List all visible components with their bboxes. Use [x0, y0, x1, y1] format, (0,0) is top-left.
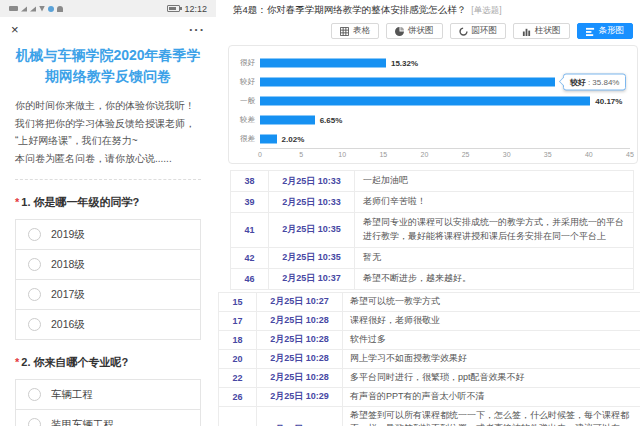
response-time: 2月25日 10:27 — [256, 293, 342, 311]
column-chart-icon — [522, 27, 531, 36]
bar[interactable] — [260, 58, 386, 67]
table-row: 46 2月25日 10:37 希望不断进步，越来越好。 — [231, 269, 633, 290]
axis-tick-label: 20 — [421, 151, 429, 158]
table-row: 41 2月25日 10:35 希望同专业的课程可以安排成统一的教学方式，并采用统… — [231, 213, 633, 248]
response-time: 2月25日 10:29 — [256, 407, 342, 426]
axis-tick-label: 40 — [585, 151, 593, 158]
required-asterisk: * — [15, 356, 19, 368]
table-row: 17 2月25日 10:28 课程很好，老师很敬业 — [219, 312, 640, 331]
question-number: 第4题： — [233, 4, 267, 15]
bar[interactable] — [260, 115, 315, 124]
axis-tick-label: 10 — [338, 151, 346, 158]
intro-line: 本问卷为匿名问卷，请你放心说...... — [15, 150, 201, 168]
response-text: 希望同专业的课程可以安排成统一的教学方式，并采用统一的平台进行教学，最好能将课程… — [354, 213, 633, 247]
response-time: 2月25日 10:37 — [268, 269, 354, 289]
radio-icon[interactable] — [28, 228, 41, 241]
axis-tick-label: 25 — [462, 151, 470, 158]
response-time: 2月25日 10:28 — [256, 312, 342, 330]
response-id[interactable]: 41 — [231, 213, 268, 247]
response-id[interactable]: 22 — [219, 369, 256, 387]
option-row[interactable]: 2017级 — [15, 279, 201, 310]
donut-chart-view-button[interactable]: 圆环图 — [450, 23, 507, 39]
response-text: 软件过多 — [342, 331, 640, 349]
pie-chart-view-button[interactable]: 饼状图 — [386, 23, 443, 39]
bar[interactable] — [260, 134, 277, 143]
response-text: 老师们辛苦啦！ — [354, 192, 633, 212]
response-id[interactable]: 39 — [231, 192, 268, 212]
options-list: 车辆工程 装甲车辆工程 — [15, 379, 201, 426]
view-button-label: 圆环图 — [472, 25, 498, 37]
option-row[interactable]: 车辆工程 — [15, 379, 201, 410]
more-options-icon[interactable]: ··· — [189, 27, 205, 32]
response-time: 2月25日 10:28 — [256, 369, 342, 387]
bar-track: 6.65% — [260, 110, 630, 129]
pie-chart-icon — [395, 27, 404, 36]
notification-icon — [57, 6, 63, 12]
x-axis: 051015202530354045 — [260, 148, 630, 162]
bar-chart-view-button[interactable]: 条形图 — [577, 23, 634, 39]
response-id[interactable]: 26 — [219, 388, 256, 406]
chart-row: 很好 15.32% — [229, 53, 637, 72]
bar[interactable] — [260, 96, 590, 105]
bar[interactable] — [260, 77, 555, 86]
table-row: 39 2月25日 10:33 老师们辛苦啦！ — [231, 192, 633, 213]
axis-tick-label: 45 — [626, 151, 634, 158]
response-id[interactable]: 42 — [231, 248, 268, 268]
bar-track: 40.17% — [260, 91, 630, 110]
section-divider — [15, 179, 201, 180]
response-id[interactable]: 17 — [219, 312, 256, 330]
question-2: *2. 你来自哪个专业呢? 车辆工程 装甲车辆工程 — [15, 355, 201, 426]
radio-icon[interactable] — [28, 288, 41, 301]
bar-value-label: 15.32% — [391, 58, 418, 67]
option-row[interactable]: 2019级 — [15, 219, 201, 250]
tooltip-value: : 35.84% — [586, 77, 620, 86]
table-icon — [340, 27, 349, 36]
survey-intro: 你的时间你来做主，你的体验你说我听！ 我们将把你的学习体验反馈给授课老师，“上好… — [15, 97, 201, 167]
radio-icon[interactable] — [28, 418, 41, 426]
response-time: 2月25日 10:35 — [268, 248, 354, 268]
response-id[interactable]: 38 — [231, 171, 268, 191]
response-text: 希望签到可以所有课程都统一一下，怎么签，什么时候签，每个课程都不一样，导致签到找… — [342, 407, 640, 426]
table-row: 38 2月25日 10:33 一起加油吧 — [231, 171, 633, 192]
radio-icon[interactable] — [28, 388, 41, 401]
radio-icon[interactable] — [28, 258, 41, 271]
response-time: 2月25日 10:28 — [256, 331, 342, 349]
response-table-1: 38 2月25日 10:33 一起加油吧 39 2月25日 10:33 老师们辛… — [230, 170, 634, 290]
status-icons — [9, 6, 63, 12]
category-label: 很好 — [229, 58, 255, 68]
option-row[interactable]: 2016级 — [15, 309, 201, 340]
response-id[interactable]: 27 — [219, 407, 256, 426]
table-row: 27 2月25日 10:29 希望签到可以所有课程都统一一下，怎么签，什么时候签… — [219, 407, 640, 426]
bar-track: 2.02% — [260, 129, 630, 148]
close-icon[interactable]: × — [11, 23, 19, 36]
wifi-icon — [39, 6, 45, 12]
radio-icon[interactable] — [28, 318, 41, 331]
option-label: 装甲车辆工程 — [51, 418, 114, 426]
table-row: 20 2月25日 10:28 网上学习不如面授教学效果好 — [219, 350, 640, 369]
category-label: 一般 — [229, 96, 255, 106]
table-view-button[interactable]: 表格 — [331, 23, 379, 39]
options-list: 2019级 2018级 2017级 2016级 — [15, 219, 201, 340]
chart-row: 很差 2.02% — [229, 129, 637, 148]
response-id[interactable]: 15 — [219, 293, 256, 311]
response-text: 网上学习不如面授教学效果好 — [342, 350, 640, 368]
survey-title: 机械与车辆学院2020年春季学期网络教学反馈问卷 — [15, 45, 201, 87]
bar-chart-icon — [586, 27, 595, 36]
column-chart-view-button[interactable]: 柱状图 — [513, 23, 570, 39]
chart-tooltip: 较好 : 35.84% — [563, 73, 627, 90]
status-right: 12:12 — [167, 4, 207, 14]
response-id[interactable]: 46 — [231, 269, 268, 289]
response-text: 希望可以统一教学方式 — [342, 293, 640, 311]
response-time: 2月25日 10:29 — [256, 388, 342, 406]
phone-status-bar: 12:12 — [0, 0, 216, 17]
option-row[interactable]: 2018级 — [15, 249, 201, 280]
response-id[interactable]: 18 — [219, 331, 256, 349]
response-time: 2月25日 10:33 — [268, 192, 354, 212]
option-label: 2018级 — [51, 258, 85, 272]
response-text: 希望不断进步，越来越好。 — [354, 269, 633, 289]
chart-row: 较差 6.65% — [229, 110, 637, 129]
option-row[interactable]: 装甲车辆工程 — [15, 409, 201, 426]
category-label: 较差 — [229, 115, 255, 125]
view-button-label: 表格 — [353, 25, 370, 37]
response-id[interactable]: 20 — [219, 350, 256, 368]
